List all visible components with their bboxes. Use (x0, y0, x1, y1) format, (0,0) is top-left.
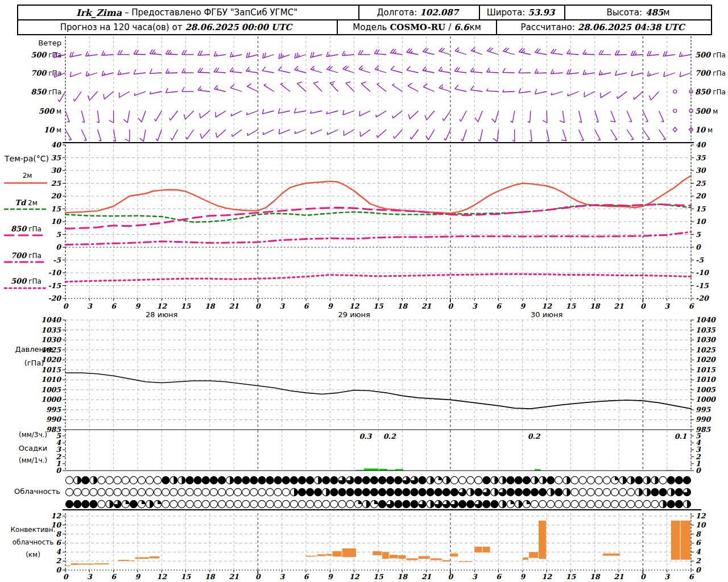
svg-text:40: 40 (696, 140, 706, 149)
svg-text:15: 15 (566, 302, 577, 310)
svg-text:30: 30 (696, 166, 706, 174)
svg-text:1035: 1035 (41, 326, 61, 334)
svg-text:5: 5 (696, 230, 701, 239)
svg-text:18: 18 (205, 302, 216, 310)
svg-text:20: 20 (51, 192, 62, 200)
svg-text:0.2: 0.2 (528, 432, 541, 440)
svg-text:12: 12 (696, 512, 706, 520)
svg-text:0: 0 (255, 572, 261, 581)
svg-text:6: 6 (689, 572, 694, 581)
svg-text:21: 21 (229, 572, 239, 581)
svg-text:3: 3 (87, 302, 93, 310)
svg-text:12: 12 (157, 572, 168, 581)
svg-text:5: 5 (696, 431, 701, 440)
svg-text:0: 0 (640, 572, 646, 581)
svg-text:0.3: 0.3 (359, 432, 373, 440)
svg-text:1000: 1000 (696, 395, 716, 404)
svg-text:1020: 1020 (696, 355, 716, 364)
svg-text:6: 6 (496, 572, 502, 581)
svg-text:6: 6 (111, 302, 117, 310)
svg-text:9: 9 (520, 572, 526, 581)
svg-text:9: 9 (328, 572, 333, 581)
svg-text:10: 10 (51, 217, 62, 226)
svg-text:2: 2 (56, 556, 61, 565)
svg-text:40: 40 (51, 140, 62, 149)
svg-text:-10: -10 (48, 268, 61, 277)
svg-text:35: 35 (51, 153, 62, 162)
meteogram: Irk_Zima – Предоставлено ФГБУ "ЗапСиб УГ… (0, 0, 728, 582)
svg-text:-10: -10 (696, 268, 709, 277)
svg-text:4: 4 (56, 547, 61, 556)
svg-text:6: 6 (696, 538, 701, 547)
svg-text:0.2: 0.2 (383, 432, 396, 440)
svg-text:1010: 1010 (41, 375, 61, 384)
svg-text:20: 20 (696, 192, 706, 200)
svg-text:6: 6 (689, 302, 694, 310)
svg-text:-20: -20 (696, 294, 709, 302)
svg-text:21: 21 (421, 572, 432, 581)
svg-text:12: 12 (349, 302, 360, 310)
svg-text:6: 6 (496, 302, 502, 310)
svg-text:2: 2 (696, 556, 701, 565)
svg-text:12: 12 (157, 302, 168, 310)
svg-text:3: 3 (664, 572, 670, 581)
svg-text:990: 990 (696, 415, 711, 423)
svg-text:1010: 1010 (696, 375, 716, 384)
svg-text:3: 3 (472, 302, 478, 310)
svg-text:18: 18 (590, 302, 601, 310)
svg-text:6: 6 (111, 572, 117, 581)
svg-text:-5: -5 (696, 256, 704, 264)
svg-text:18: 18 (590, 572, 601, 581)
svg-text:1025: 1025 (696, 346, 716, 354)
svg-text:12: 12 (541, 302, 552, 310)
svg-text:0: 0 (56, 566, 61, 574)
svg-text:21: 21 (614, 572, 624, 581)
svg-text:-5: -5 (53, 256, 61, 264)
svg-text:28 июня: 28 июня (146, 310, 177, 319)
svg-text:8: 8 (56, 530, 61, 538)
svg-text:0: 0 (448, 302, 454, 310)
svg-text:35: 35 (696, 153, 706, 162)
svg-text:21: 21 (229, 302, 239, 310)
svg-text:0: 0 (696, 566, 701, 574)
svg-text:12: 12 (541, 572, 552, 581)
svg-text:1000: 1000 (41, 395, 61, 404)
svg-text:1040: 1040 (41, 315, 61, 324)
svg-text:9: 9 (328, 302, 333, 310)
svg-text:15: 15 (181, 572, 192, 581)
svg-text:3: 3 (664, 302, 670, 310)
svg-text:12: 12 (349, 572, 360, 581)
svg-text:9: 9 (135, 302, 141, 310)
svg-text:9: 9 (520, 302, 526, 310)
svg-text:1035: 1035 (696, 326, 716, 334)
svg-text:21: 21 (614, 302, 624, 310)
svg-text:6: 6 (304, 302, 309, 310)
svg-text:0: 0 (696, 243, 701, 251)
svg-text:6: 6 (304, 572, 309, 581)
svg-text:1015: 1015 (696, 365, 716, 374)
svg-text:15: 15 (373, 302, 384, 310)
svg-text:-20: -20 (48, 294, 61, 302)
svg-text:990: 990 (46, 415, 61, 423)
svg-text:29 июня: 29 июня (338, 310, 370, 319)
svg-text:0: 0 (255, 302, 261, 310)
svg-text:0: 0 (640, 302, 646, 310)
svg-text:10: 10 (51, 521, 62, 529)
svg-text:15: 15 (51, 205, 62, 213)
svg-text:3: 3 (87, 572, 93, 581)
svg-text:0: 0 (63, 302, 69, 310)
svg-text:0.1: 0.1 (675, 432, 687, 440)
svg-text:30 июня: 30 июня (531, 310, 562, 319)
svg-text:6: 6 (56, 538, 61, 547)
svg-text:15: 15 (566, 572, 577, 581)
svg-text:995: 995 (696, 405, 711, 414)
svg-text:-15: -15 (48, 281, 61, 290)
svg-text:15: 15 (373, 572, 384, 581)
svg-text:1030: 1030 (696, 335, 716, 344)
svg-text:12: 12 (51, 512, 62, 520)
svg-text:1005: 1005 (696, 385, 716, 394)
svg-text:25: 25 (696, 179, 706, 188)
svg-text:10: 10 (696, 521, 706, 529)
svg-text:18: 18 (398, 302, 408, 310)
svg-text:4: 4 (696, 547, 701, 556)
